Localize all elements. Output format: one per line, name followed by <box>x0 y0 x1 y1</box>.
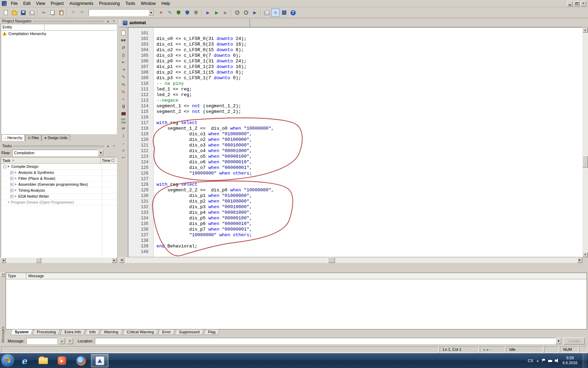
scrollbar-track[interactable] <box>582 33 588 252</box>
chip-planner-icon[interactable] <box>280 8 288 17</box>
task-row[interactable]: +▶Fitter (Place & Route) <box>1 176 117 182</box>
edit-pen-icon[interactable]: ✎ <box>120 74 127 80</box>
code-line[interactable]: dis_o2 <= c_LFSR_0(15 downto 8); <box>156 47 582 53</box>
revert-icon[interactable]: ↩ <box>120 154 127 161</box>
taskbar-quartus[interactable] <box>91 354 108 367</box>
scroll-left-icon[interactable]: ◀ <box>1 258 6 263</box>
time-column-header[interactable]: Time <box>100 157 117 163</box>
type-column-header[interactable]: Type <box>6 273 26 279</box>
editor-vertical-scrollbar[interactable]: ▲ ▼ <box>582 27 588 257</box>
code-line[interactable] <box>156 249 582 255</box>
code-line[interactable]: dis_p3 <= c_LFSR_1(7 downto 0); <box>156 75 582 81</box>
find-icon[interactable] <box>120 37 127 43</box>
scroll-left-icon[interactable]: ◀ <box>119 257 124 263</box>
task-row[interactable]: -▶Compile Design <box>1 164 117 170</box>
project-combobox[interactable]: ▼ <box>89 9 154 16</box>
text-cursor-icon[interactable]: | <box>120 132 127 139</box>
tab-automat[interactable]: automat <box>120 19 250 27</box>
code-line[interactable]: -- na piny <box>156 81 582 87</box>
programmer-icon[interactable] <box>262 8 271 17</box>
panel-collapse-icon[interactable]: ▴ <box>106 144 110 148</box>
new-document-icon[interactable] <box>120 29 127 36</box>
device-shield-icon[interactable] <box>192 8 200 17</box>
timing-analyzer-icon[interactable] <box>242 8 250 17</box>
code-line[interactable]: dis_o6 when "00000010", <box>156 159 582 165</box>
code-line[interactable]: dis_p7 when "00000001", <box>156 227 582 232</box>
new-file-icon[interactable] <box>1 8 10 17</box>
undo-icon[interactable]: ↶ <box>69 8 77 17</box>
signal-tap-icon[interactable]: ≈ <box>271 8 280 17</box>
minimize-button[interactable] <box>567 1 573 6</box>
code-line[interactable]: dis_p1 when "01000000", <box>156 193 582 199</box>
assignment-editor-icon[interactable]: ✎ <box>166 8 174 17</box>
task-row[interactable]: +▶Analysis & Synthesis <box>1 170 117 176</box>
previous-message-icon[interactable]: ▲ <box>59 338 65 344</box>
code-line[interactable]: with reg select <box>156 182 582 188</box>
panel-close-icon[interactable]: × <box>112 144 116 148</box>
expander-minus-icon[interactable]: - <box>3 165 6 168</box>
start-button[interactable] <box>1 354 14 367</box>
code-line[interactable] <box>156 176 582 182</box>
clear-text-icon[interactable]: × <box>120 96 127 102</box>
start-compilation-icon[interactable]: ▶ <box>204 8 212 17</box>
close-button[interactable]: × <box>580 1 586 6</box>
message-counter-field[interactable] <box>26 338 57 344</box>
scrollbar-track[interactable] <box>6 258 112 263</box>
code-line[interactable]: segment_2_2 <= dis_p0 when "10000000", <box>156 188 582 193</box>
messages-tab-error[interactable]: Error <box>158 329 175 335</box>
code-line[interactable]: dis_o3 <= c_LFSR_0(7 downto 0); <box>156 53 582 59</box>
locate-button[interactable]: Locate <box>564 338 585 345</box>
increase-indent-icon[interactable]: ⇥ <box>120 66 127 73</box>
code-line[interactable]: dis_p3 when "00010000", <box>156 204 582 210</box>
messages-list[interactable] <box>6 279 587 329</box>
chevron-down-icon[interactable]: ▼ <box>148 9 154 16</box>
open-folder-icon[interactable] <box>10 8 19 17</box>
code-line[interactable]: dis_o5 when "00000100", <box>156 154 582 159</box>
code-line[interactable]: segment_1 <= not (segment_1_2); <box>156 103 582 109</box>
decrease-indent-icon[interactable]: ⇤ <box>120 59 127 66</box>
scroll-down-icon[interactable]: ▼ <box>582 252 588 257</box>
scroll-up-icon[interactable]: ▲ <box>582 27 588 33</box>
messages-close-icon[interactable]: × <box>1 273 5 277</box>
code-line[interactable]: dis_p5 when "00000100", <box>156 216 582 221</box>
menu-tools[interactable]: Tools <box>122 0 138 7</box>
scrollbar-thumb[interactable] <box>582 156 588 168</box>
taskbar-media-player[interactable]: ▶ <box>53 354 71 367</box>
power-icon[interactable] <box>548 360 552 362</box>
sidebar-tab-design-units[interactable]: ◆Design Units <box>42 135 70 141</box>
code-line[interactable]: dis_o4 when "00001000", <box>156 148 582 154</box>
task-row[interactable]: ●Program Device (Open Programmer) <box>1 199 117 205</box>
nav-forward-icon[interactable]: ▸ <box>487 348 489 352</box>
code-line[interactable]: dis_o0 <= c_LFSR_0(31 downto 24); <box>156 36 582 42</box>
insert-template-icon[interactable] <box>120 110 127 117</box>
menu-file[interactable]: File <box>8 0 20 7</box>
expander-plus-icon[interactable]: + <box>10 171 13 174</box>
code-line[interactable]: with reg select <box>156 120 582 126</box>
code-line[interactable]: dis_p2 <= c_LFSR_1(15 downto 8); <box>156 70 582 75</box>
code-line[interactable]: dis_p6 when "00000010", <box>156 221 582 227</box>
panel-close-icon[interactable]: × <box>112 19 116 23</box>
code-line[interactable]: led_1 <= reg; <box>156 87 582 92</box>
scroll-right-icon[interactable]: ▶ <box>577 257 582 263</box>
taskbar-internet-explorer[interactable]: e <box>15 354 33 367</box>
location-combobox[interactable]: ▼ <box>95 338 562 344</box>
save-icon[interactable] <box>19 8 27 17</box>
restore-button[interactable] <box>574 1 580 6</box>
print-icon[interactable] <box>28 8 36 17</box>
uncomment-selection-icon[interactable]: % <box>120 88 127 95</box>
sidebar-tab-files[interactable]: ▤Files <box>25 135 42 141</box>
action-center-flag-icon[interactable] <box>542 359 545 362</box>
taskbar-clock[interactable]: 9:28 6.6.2016 <box>562 356 578 366</box>
scroll-right-icon[interactable]: ▶ <box>112 258 117 263</box>
messages-tab-info[interactable]: Info <box>85 329 100 335</box>
start-analysis-icon[interactable]: ▶ <box>212 8 221 17</box>
code-line[interactable]: dis_p4 when "00001000", <box>156 210 582 216</box>
menu-view[interactable]: View <box>33 0 48 7</box>
taskbar-firefox[interactable] <box>72 354 90 367</box>
task-column-header[interactable]: Task ▼ <box>1 157 100 163</box>
scrollbar-track[interactable] <box>124 257 577 263</box>
flow-combobox[interactable]: Compilation ▼ <box>12 150 104 156</box>
next-message-icon[interactable]: ▼ <box>67 338 73 344</box>
expander-plus-icon[interactable]: + <box>10 195 13 198</box>
code-line[interactable]: dis_o1 when "01000000", <box>156 131 582 137</box>
